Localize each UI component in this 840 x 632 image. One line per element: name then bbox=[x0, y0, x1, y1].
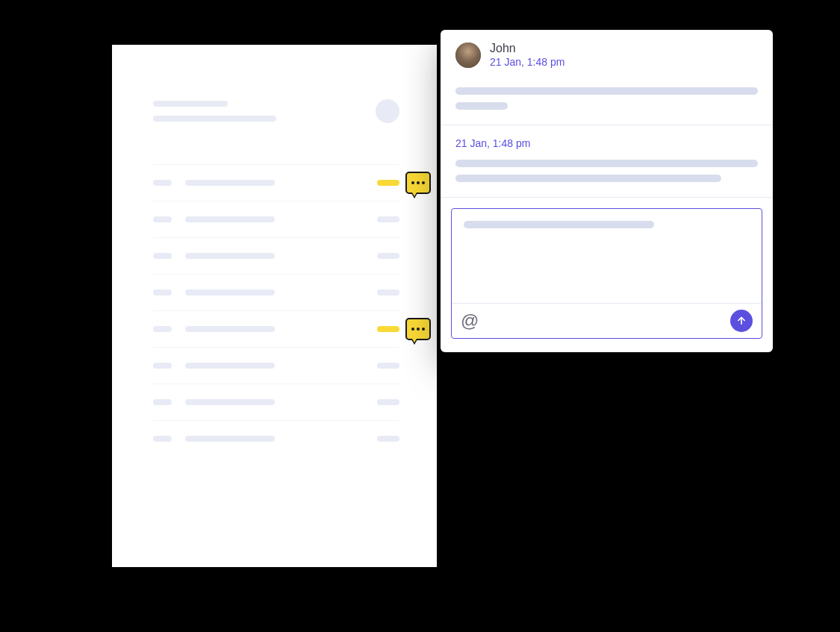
document-header bbox=[153, 101, 399, 123]
skeleton-cell bbox=[185, 216, 275, 222]
table-row bbox=[153, 347, 399, 384]
skeleton-cell bbox=[185, 399, 275, 405]
skeleton-cell bbox=[153, 399, 172, 405]
comment-panel: John 21 Jan, 1:48 pm 21 Jan, 1:48 pm @ bbox=[441, 30, 773, 352]
ellipsis-icon bbox=[411, 328, 425, 331]
skeleton-cell bbox=[153, 326, 172, 332]
document-title-skeleton bbox=[153, 101, 276, 122]
table-row bbox=[153, 274, 399, 310]
highlighted-cell bbox=[377, 326, 399, 332]
skeleton-line bbox=[455, 87, 758, 95]
reply-timestamp: 21 Jan, 1:48 pm bbox=[455, 137, 758, 149]
comment-header: John 21 Jan, 1:48 pm bbox=[441, 30, 773, 77]
skeleton-cell bbox=[153, 253, 172, 259]
avatar bbox=[455, 43, 481, 68]
comment-timestamp: 21 Jan, 1:48 pm bbox=[490, 56, 564, 68]
table-row bbox=[153, 420, 399, 457]
skeleton-cell bbox=[153, 436, 172, 442]
skeleton-cell bbox=[377, 290, 399, 295]
skeleton-cell bbox=[153, 290, 172, 295]
table-row bbox=[153, 201, 399, 237]
skeleton-line bbox=[153, 101, 228, 107]
skeleton-cell bbox=[153, 180, 172, 186]
skeleton-cell bbox=[185, 436, 275, 442]
skeleton-line bbox=[455, 102, 508, 110]
skeleton-cell bbox=[185, 290, 275, 295]
compose-input[interactable] bbox=[452, 209, 762, 303]
skeleton-cell bbox=[153, 216, 172, 222]
compose-box[interactable]: @ bbox=[451, 208, 762, 339]
skeleton-cell bbox=[185, 363, 275, 369]
comment-indicator-icon[interactable] bbox=[405, 172, 431, 194]
document-preview bbox=[112, 45, 437, 567]
arrow-up-icon bbox=[735, 315, 747, 327]
skeleton-cell bbox=[377, 253, 399, 259]
mention-button[interactable]: @ bbox=[461, 310, 479, 331]
skeleton-cell bbox=[377, 363, 399, 369]
skeleton-line bbox=[455, 160, 758, 167]
user-info: John 21 Jan, 1:48 pm bbox=[490, 42, 564, 68]
skeleton-line bbox=[153, 116, 276, 122]
skeleton-cell bbox=[377, 436, 399, 442]
compose-container: @ bbox=[441, 197, 773, 352]
skeleton-line bbox=[455, 175, 721, 182]
skeleton-cell bbox=[185, 253, 275, 259]
table-row bbox=[153, 310, 399, 347]
author-name: John bbox=[490, 42, 564, 55]
skeleton-cell bbox=[377, 399, 399, 405]
table-row bbox=[153, 384, 399, 420]
reply-section: 21 Jan, 1:48 pm bbox=[441, 125, 773, 197]
table-row bbox=[153, 237, 399, 274]
skeleton-cell bbox=[377, 216, 399, 222]
skeleton-cell bbox=[185, 326, 275, 332]
avatar-placeholder bbox=[376, 99, 399, 123]
comment-indicator-icon[interactable] bbox=[405, 318, 431, 340]
ellipsis-icon bbox=[411, 181, 425, 184]
skeleton-cell bbox=[153, 363, 172, 369]
table-row bbox=[153, 164, 399, 201]
skeleton-line bbox=[464, 221, 654, 228]
highlighted-cell bbox=[377, 180, 399, 186]
compose-toolbar: @ bbox=[452, 303, 762, 338]
send-button[interactable] bbox=[730, 310, 753, 332]
skeleton-cell bbox=[185, 180, 275, 186]
document-rows bbox=[153, 164, 399, 457]
comment-body bbox=[441, 77, 773, 125]
